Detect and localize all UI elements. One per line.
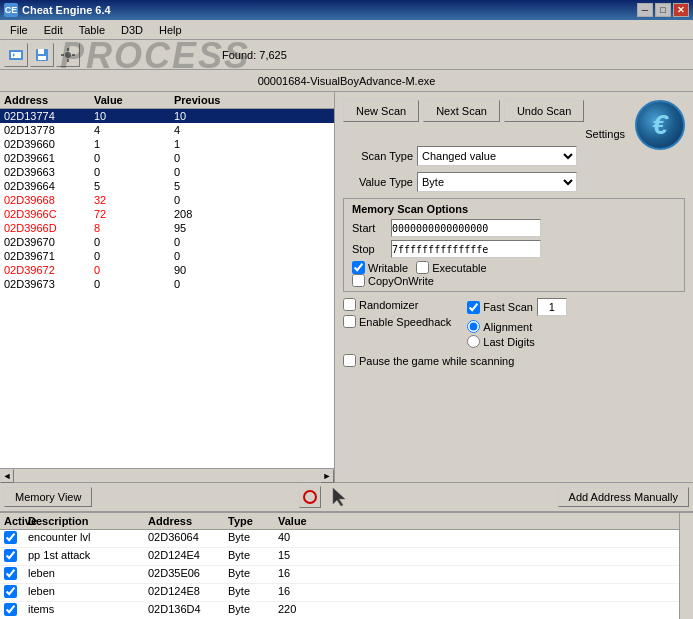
col-address: Address: [4, 94, 94, 106]
fast-scan-checkbox[interactable]: [467, 301, 480, 314]
speedhack-checkbox[interactable]: [343, 315, 356, 328]
menu-edit[interactable]: Edit: [36, 22, 71, 38]
undo-scan-button[interactable]: Undo Scan: [504, 100, 584, 122]
addr-type: Byte: [228, 549, 278, 564]
executable-checkbox-label[interactable]: Executable: [416, 261, 486, 274]
svg-rect-9: [61, 54, 64, 56]
next-scan-button[interactable]: Next Scan: [423, 100, 500, 122]
hscroll-right-btn[interactable]: ►: [320, 469, 334, 483]
address-table-wrapper: Active Description Address Type Value en…: [0, 512, 693, 619]
open-process-button[interactable]: [4, 43, 28, 67]
scan-list-row[interactable]: 02D1377844: [0, 123, 334, 137]
scan-row-value: 0: [94, 236, 174, 248]
addr-description: encounter lvl: [28, 531, 148, 546]
copyonwrite-checkbox[interactable]: [352, 274, 365, 287]
addr-type: Byte: [228, 603, 278, 618]
menu-table[interactable]: Table: [71, 22, 113, 38]
scan-list-row[interactable]: 02D137741010: [0, 109, 334, 123]
menu-bar: File Edit Table D3D Help: [0, 20, 693, 40]
scan-row-value: 0: [94, 250, 174, 262]
alignment-radio-label[interactable]: Alignment: [467, 320, 567, 333]
addr-table-row[interactable]: encounter lvl02D36064Byte40: [0, 530, 679, 548]
new-scan-button[interactable]: New Scan: [343, 100, 419, 122]
writable-label: Writable: [368, 262, 408, 274]
scan-list-row[interactable]: 02D3966455: [0, 179, 334, 193]
randomizer-checkbox-label[interactable]: Randomizer: [343, 298, 451, 311]
scan-row-previous: 0: [174, 166, 330, 178]
addr-table-header: Active Description Address Type Value: [0, 513, 679, 530]
speedhack-checkbox-label[interactable]: Enable Speedhack: [343, 315, 451, 328]
start-input[interactable]: [391, 219, 541, 237]
col-previous: Previous: [174, 94, 330, 106]
hscroll-left-btn[interactable]: ◄: [0, 469, 14, 483]
scan-row-value: 0: [94, 278, 174, 290]
scan-list-row[interactable]: 02D3967000: [0, 235, 334, 249]
addr-active-checkbox[interactable]: [4, 585, 17, 598]
scan-row-value: 1: [94, 138, 174, 150]
minimize-button[interactable]: ─: [637, 3, 653, 17]
addr-table-row[interactable]: pp 1st attack02D124E4Byte15: [0, 548, 679, 566]
stop-input[interactable]: [391, 240, 541, 258]
scan-type-select[interactable]: Exact valueBigger than...Smaller than...…: [417, 146, 577, 166]
addr-active-checkbox[interactable]: [4, 531, 17, 544]
settings-label: Settings: [585, 128, 625, 140]
addr-description: pp 1st attack: [28, 549, 148, 564]
scan-list-row[interactable]: 02D3966011: [0, 137, 334, 151]
randomizer-checkbox[interactable]: [343, 298, 356, 311]
addr-type: Byte: [228, 567, 278, 582]
value-type-select[interactable]: Byte2 Bytes4 Bytes8 BytesFloatDoubleStri…: [417, 172, 577, 192]
addr-table-row[interactable]: leben02D124E8Byte16: [0, 584, 679, 602]
addr-active-checkbox[interactable]: [4, 567, 17, 580]
scan-list-row[interactable]: 02D3966C72208: [0, 207, 334, 221]
scan-list-row[interactable]: 02D3966300: [0, 165, 334, 179]
scan-hscroll[interactable]: ◄ ►: [0, 468, 334, 482]
scan-row-previous: 5: [174, 180, 330, 192]
scan-row-value: 8: [94, 222, 174, 234]
menu-d3d[interactable]: D3D: [113, 22, 151, 38]
speedhack-label: Enable Speedhack: [359, 316, 451, 328]
scan-list-row[interactable]: 02D39668320: [0, 193, 334, 207]
addr-table-row[interactable]: items02D136D4Byte220: [0, 602, 679, 619]
scan-list-row[interactable]: 02D39672090: [0, 263, 334, 277]
fast-scan-checkbox-label[interactable]: Fast Scan: [467, 301, 533, 314]
menu-file[interactable]: File: [2, 22, 36, 38]
memory-start-row: Start: [352, 219, 676, 237]
maximize-button[interactable]: □: [655, 3, 671, 17]
addr-active-checkbox[interactable]: [4, 603, 17, 616]
last-digits-label: Last Digits: [483, 336, 534, 348]
add-address-button[interactable]: Add Address Manually: [558, 487, 689, 507]
writable-checkbox-label[interactable]: Writable: [352, 261, 408, 274]
scan-list-row[interactable]: 02D3967100: [0, 249, 334, 263]
scan-type-row: Scan Type Exact valueBigger than...Small…: [343, 146, 685, 166]
last-digits-radio-label[interactable]: Last Digits: [467, 335, 567, 348]
save-button[interactable]: [30, 43, 54, 67]
executable-checkbox[interactable]: [416, 261, 429, 274]
scan-row-value: 5: [94, 180, 174, 192]
memory-scan-group: Memory Scan Options Start Stop Writable: [343, 198, 685, 292]
scan-list-row[interactable]: 02D3966D895: [0, 221, 334, 235]
memory-view-button[interactable]: Memory View: [4, 487, 92, 507]
fast-scan-input[interactable]: [537, 298, 567, 316]
scan-row-previous: 95: [174, 222, 330, 234]
addr-active-checkbox[interactable]: [4, 549, 17, 562]
alignment-radio[interactable]: [467, 320, 480, 333]
settings-toolbar-button[interactable]: [56, 43, 80, 67]
col-value: Value: [94, 94, 174, 106]
pause-checkbox[interactable]: [343, 354, 356, 367]
writable-checkbox[interactable]: [352, 261, 365, 274]
last-digits-radio[interactable]: [467, 335, 480, 348]
menu-help[interactable]: Help: [151, 22, 190, 38]
scan-list-row[interactable]: 02D3967300: [0, 277, 334, 291]
addr-table-row[interactable]: leben02D35E06Byte16: [0, 566, 679, 584]
col-addr: Address: [148, 515, 228, 527]
scan-list-row[interactable]: 02D3966100: [0, 151, 334, 165]
scan-row-address: 02D39660: [4, 138, 94, 150]
process-name: 00001684-VisualBoyAdvance-M.exe: [258, 75, 436, 87]
close-button[interactable]: ✕: [673, 3, 689, 17]
stop-scan-button[interactable]: [299, 486, 321, 508]
scan-row-value: 72: [94, 208, 174, 220]
copyonwrite-checkbox-label[interactable]: CopyOnWrite: [352, 274, 434, 287]
addr-table-scrollbar[interactable]: [679, 513, 693, 619]
svg-rect-10: [72, 54, 75, 56]
scan-row-address: 02D39673: [4, 278, 94, 290]
